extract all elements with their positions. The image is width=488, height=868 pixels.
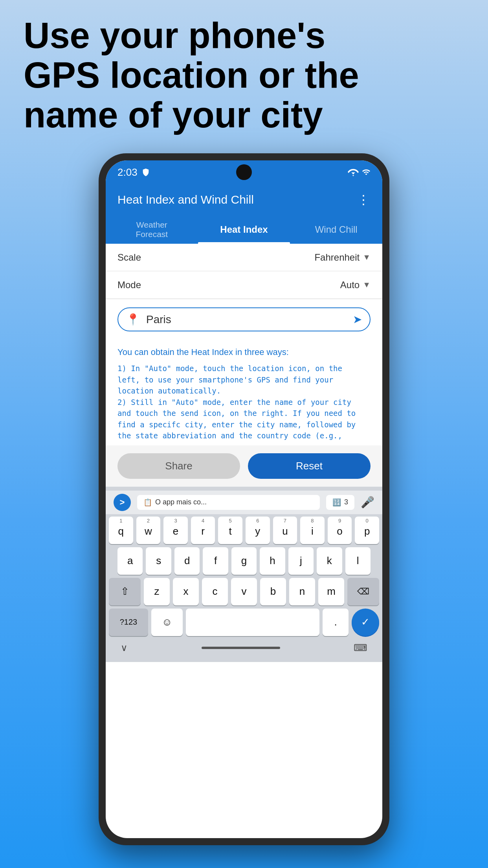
key-row-2: a s d f g h j k l <box>109 547 379 575</box>
mic-icon[interactable]: 🎤 <box>361 496 374 509</box>
status-time-area: 2:03 <box>117 166 150 178</box>
key-e[interactable]: 3e <box>163 517 188 544</box>
key-c[interactable]: c <box>202 578 228 605</box>
keyboard-paste-button[interactable]: 📋 O app mais co... <box>137 495 320 510</box>
location-icon[interactable]: 📍 <box>126 313 140 326</box>
headline-line3: name of your city <box>24 95 323 135</box>
key-m[interactable]: m <box>318 578 344 605</box>
content-area: Scale Fahrenheit ▼ Mode Auto ▼ 📍 Paris <box>106 244 382 662</box>
chevron-down-icon[interactable]: ∨ <box>121 642 128 653</box>
emoji-key[interactable]: ☺ <box>151 609 183 636</box>
key-g[interactable]: g <box>231 547 257 575</box>
mode-dropdown-icon: ▼ <box>363 280 371 289</box>
key-n[interactable]: n <box>289 578 315 605</box>
tab-wind-chill[interactable]: Wind Chill <box>290 215 382 244</box>
app-bar: Heat Index and Wind Chill ⋮ <box>106 184 382 215</box>
status-time: 2:03 <box>117 166 138 178</box>
number-icon: 🔢 <box>332 498 341 507</box>
key-k[interactable]: k <box>317 547 342 575</box>
shift-key[interactable]: ⇧ <box>109 578 141 605</box>
key-d[interactable]: d <box>174 547 200 575</box>
keyboard-expand-button[interactable]: > <box>114 494 131 511</box>
key-j[interactable]: j <box>288 547 314 575</box>
key-s[interactable]: s <box>146 547 171 575</box>
key-row-4: ?123 ☺ . ✓ <box>109 609 379 636</box>
key-f[interactable]: f <box>203 547 228 575</box>
delete-key[interactable]: ⌫ <box>347 578 379 605</box>
key-row-3: ⇧ z x c v b n m ⌫ <box>109 578 379 605</box>
scale-setting-row: Scale Fahrenheit ▼ <box>106 244 382 271</box>
num123-key[interactable]: ?123 <box>109 609 148 636</box>
scale-value[interactable]: Fahrenheit ▼ <box>314 252 371 263</box>
mode-setting-row: Mode Auto ▼ <box>106 271 382 299</box>
key-h[interactable]: h <box>260 547 285 575</box>
headline-line1: Use your phone's <box>24 15 325 55</box>
key-row-1: 1q 2w 3e 4r 5t 6y 7u 8i 9o 0p <box>109 517 379 544</box>
key-y[interactable]: 6y <box>246 517 270 544</box>
mode-label: Mode <box>117 280 141 291</box>
keyboard-bottom-bar: ∨ ⌨ <box>109 639 379 660</box>
key-i[interactable]: 8i <box>300 517 325 544</box>
key-b[interactable]: b <box>260 578 286 605</box>
enter-key[interactable]: ✓ <box>352 609 379 636</box>
button-row: Share Reset <box>106 445 382 487</box>
phone-frame: 2:03 Heat Index and Wind Chill ⋮ <box>99 153 389 845</box>
camera-notch <box>236 164 252 180</box>
keyboard-number-button[interactable]: 🔢 3 <box>326 495 354 510</box>
key-z[interactable]: z <box>144 578 170 605</box>
scale-label: Scale <box>117 252 141 263</box>
search-input[interactable]: Paris <box>146 313 347 326</box>
key-l[interactable]: l <box>345 547 371 575</box>
key-t[interactable]: 5t <box>218 517 242 544</box>
reset-button[interactable]: Reset <box>248 453 371 479</box>
tab-bar: WeatherForecast Heat Index Wind Chill <box>106 215 382 244</box>
key-a[interactable]: a <box>117 547 143 575</box>
key-p[interactable]: 0p <box>355 517 379 544</box>
menu-dots-icon[interactable]: ⋮ <box>357 192 371 207</box>
keyboard-area: > 📋 O app mais co... 🔢 3 🎤 1q <box>106 487 382 662</box>
status-bar: 2:03 <box>106 160 382 184</box>
tab-weather-forecast[interactable]: WeatherForecast <box>106 215 198 244</box>
key-v[interactable]: v <box>231 578 257 605</box>
headline: Use your phone's GPS location or the nam… <box>24 16 464 135</box>
shield-icon <box>141 168 150 177</box>
key-w[interactable]: 2w <box>136 517 161 544</box>
scale-dropdown-icon: ▼ <box>363 253 371 262</box>
app-title: Heat Index and Wind Chill <box>117 193 254 206</box>
space-key[interactable] <box>186 609 319 636</box>
headline-line2: GPS location or the <box>24 55 359 95</box>
clipboard-icon: 📋 <box>143 498 152 507</box>
wifi-icon <box>348 168 359 177</box>
home-bar <box>202 647 280 649</box>
info-title: You can obtain the Heat Index in three w… <box>117 347 371 357</box>
search-container: 📍 Paris ➤ <box>106 300 382 339</box>
share-button[interactable]: Share <box>117 453 240 479</box>
mode-value[interactable]: Auto ▼ <box>340 280 371 291</box>
signal-icon <box>362 168 371 177</box>
info-section: You can obtain the Heat Index in three w… <box>106 339 382 445</box>
keyboard-toolbar: > 📋 O app mais co... 🔢 3 🎤 <box>106 491 382 514</box>
key-o[interactable]: 9o <box>328 517 352 544</box>
send-icon[interactable]: ➤ <box>353 313 362 326</box>
key-u[interactable]: 7u <box>273 517 297 544</box>
keyboard-icon[interactable]: ⌨ <box>354 642 367 653</box>
key-r[interactable]: 4r <box>191 517 215 544</box>
key-x[interactable]: x <box>173 578 199 605</box>
status-icons <box>348 168 371 177</box>
tab-heat-index[interactable]: Heat Index <box>198 215 290 244</box>
period-key[interactable]: . <box>323 609 349 636</box>
search-box: 📍 Paris ➤ <box>117 307 371 331</box>
info-body: 1) In "Auto" mode, touch the location ic… <box>117 363 371 441</box>
phone-screen: 2:03 Heat Index and Wind Chill ⋮ <box>106 160 382 838</box>
key-q[interactable]: 1q <box>109 517 133 544</box>
keyboard-rows: 1q 2w 3e 4r 5t 6y 7u 8i 9o 0p a s <box>106 514 382 662</box>
